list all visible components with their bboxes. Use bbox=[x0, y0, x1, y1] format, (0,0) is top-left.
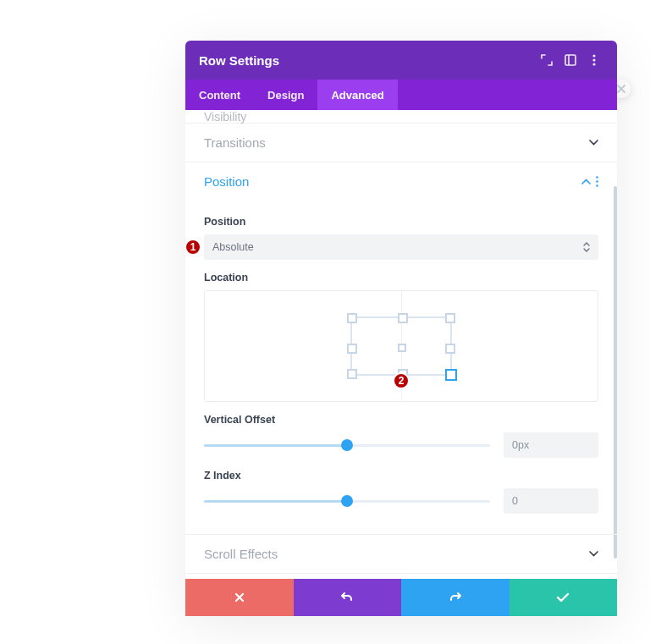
anchor-top-left[interactable] bbox=[347, 313, 357, 323]
kebab-icon[interactable] bbox=[585, 51, 603, 69]
location-picker[interactable]: 2 bbox=[204, 290, 598, 402]
svg-point-4 bbox=[592, 63, 595, 65]
settings-modal: Row Settings Content Design Advanced Vis… bbox=[185, 41, 617, 616]
section-position[interactable]: Position bbox=[185, 162, 617, 201]
anchor-middle-center[interactable] bbox=[398, 344, 406, 352]
chevron-down-icon bbox=[589, 551, 598, 557]
undo-button[interactable] bbox=[294, 579, 402, 616]
position-select[interactable]: Absolute bbox=[204, 234, 598, 260]
modal-title: Row Settings bbox=[199, 53, 532, 68]
tab-advanced[interactable]: Advanced bbox=[317, 80, 397, 110]
z-index-slider[interactable] bbox=[204, 493, 490, 509]
svg-point-6 bbox=[596, 180, 598, 183]
section-transitions-label: Transitions bbox=[204, 135, 266, 150]
svg-rect-0 bbox=[565, 55, 576, 65]
section-position-label: Position bbox=[204, 174, 249, 189]
svg-point-2 bbox=[592, 54, 595, 57]
anchor-middle-right[interactable] bbox=[445, 344, 455, 354]
section-visibility[interactable]: Visibility bbox=[185, 110, 617, 124]
section-scroll-effects-label: Scroll Effects bbox=[204, 547, 278, 561]
redo-button[interactable] bbox=[401, 579, 510, 616]
section-transitions[interactable]: Transitions bbox=[185, 124, 617, 162]
help-link[interactable]: ? Help bbox=[185, 574, 617, 579]
modal-footer bbox=[185, 579, 617, 616]
annotation-badge-2: 2 bbox=[393, 372, 410, 389]
cancel-button[interactable] bbox=[185, 579, 294, 616]
svg-point-7 bbox=[596, 184, 598, 187]
anchor-bottom-right[interactable] bbox=[445, 369, 457, 381]
chevron-up-icon bbox=[581, 179, 591, 184]
save-button[interactable] bbox=[510, 579, 618, 616]
chevron-down-icon bbox=[589, 140, 598, 146]
anchor-bottom-left[interactable] bbox=[347, 369, 357, 379]
position-select-value: Absolute bbox=[212, 241, 254, 253]
vertical-offset-label: Vertical Offset bbox=[204, 414, 598, 426]
slider-thumb[interactable] bbox=[341, 439, 353, 451]
slider-thumb[interactable] bbox=[341, 495, 353, 507]
expand-icon[interactable] bbox=[537, 51, 556, 69]
annotation-badge-1: 1 bbox=[185, 239, 201, 256]
select-caret-icon bbox=[583, 242, 590, 252]
svg-point-3 bbox=[592, 58, 595, 61]
anchor-top-right[interactable] bbox=[445, 313, 455, 323]
anchor-grid bbox=[350, 316, 452, 376]
section-visibility-label: Visibility bbox=[204, 110, 246, 124]
vertical-offset-value[interactable]: 0px bbox=[504, 432, 598, 458]
settings-body: Visibility Transitions Position Position bbox=[185, 110, 617, 579]
z-index-value[interactable]: 0 bbox=[504, 488, 598, 514]
settings-tabs: Content Design Advanced bbox=[185, 80, 617, 110]
section-scroll-effects[interactable]: Scroll Effects bbox=[185, 535, 617, 574]
svg-point-5 bbox=[596, 176, 598, 179]
position-field-label: Position bbox=[204, 216, 598, 228]
anchor-top-center[interactable] bbox=[398, 313, 408, 323]
tab-design[interactable]: Design bbox=[254, 80, 317, 110]
z-index-label: Z Index bbox=[204, 470, 598, 482]
anchor-middle-left[interactable] bbox=[347, 344, 357, 354]
location-field-label: Location bbox=[204, 272, 598, 283]
panel-icon[interactable] bbox=[561, 51, 580, 69]
vertical-offset-slider[interactable] bbox=[204, 438, 490, 453]
modal-header: Row Settings bbox=[185, 41, 617, 80]
section-kebab-icon[interactable] bbox=[596, 176, 598, 187]
position-panel: Position 1 Absolute Location bbox=[185, 201, 617, 535]
tab-content[interactable]: Content bbox=[185, 80, 254, 110]
